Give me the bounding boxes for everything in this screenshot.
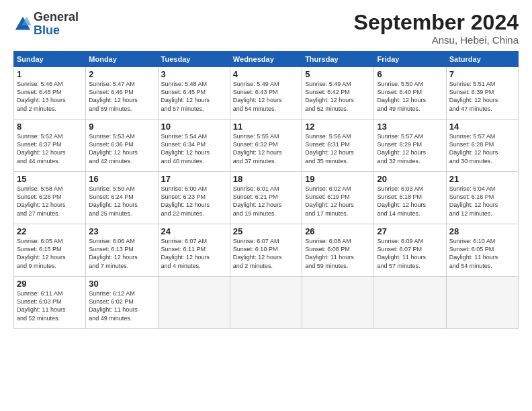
day-cell: 27Sunrise: 6:09 AMSunset: 6:07 PMDayligh… (374, 224, 446, 277)
day-cell (158, 277, 230, 329)
day-info: Sunrise: 6:08 AMSunset: 6:08 PMDaylight:… (305, 237, 371, 270)
day-number: 9 (89, 122, 154, 132)
header-tuesday: Tuesday (158, 52, 230, 67)
day-cell: 20Sunrise: 6:03 AMSunset: 6:18 PMDayligh… (374, 172, 446, 224)
week-row-2: 8Sunrise: 5:52 AMSunset: 6:37 PMDaylight… (14, 120, 519, 172)
header-wednesday: Wednesday (230, 52, 302, 67)
logo: General Blue (13, 11, 79, 38)
day-cell: 7Sunrise: 5:51 AMSunset: 6:39 PMDaylight… (446, 67, 518, 120)
day-info: Sunrise: 5:51 AMSunset: 6:39 PMDaylight:… (449, 80, 515, 113)
day-cell: 4Sunrise: 5:49 AMSunset: 6:43 PMDaylight… (230, 67, 302, 120)
day-info: Sunrise: 5:50 AMSunset: 6:40 PMDaylight:… (377, 80, 443, 113)
calendar-table: Sunday Monday Tuesday Wednesday Thursday… (13, 51, 519, 329)
day-number: 6 (377, 69, 443, 79)
logo-icon (13, 15, 32, 34)
day-info: Sunrise: 5:48 AMSunset: 6:45 PMDaylight:… (161, 80, 227, 113)
day-number: 5 (305, 69, 371, 79)
day-cell: 11Sunrise: 5:55 AMSunset: 6:32 PMDayligh… (230, 120, 302, 172)
day-number: 14 (449, 122, 515, 132)
day-cell: 12Sunrise: 5:56 AMSunset: 6:31 PMDayligh… (302, 120, 374, 172)
day-number: 1 (17, 69, 83, 79)
day-cell: 21Sunrise: 6:04 AMSunset: 6:16 PMDayligh… (446, 172, 518, 224)
day-info: Sunrise: 6:00 AMSunset: 6:23 PMDaylight:… (161, 185, 227, 218)
day-info: Sunrise: 6:03 AMSunset: 6:18 PMDaylight:… (377, 185, 443, 218)
day-info: Sunrise: 6:09 AMSunset: 6:07 PMDaylight:… (377, 237, 443, 270)
day-number: 2 (89, 69, 154, 79)
day-cell: 24Sunrise: 6:07 AMSunset: 6:11 PMDayligh… (158, 224, 230, 277)
day-info: Sunrise: 6:07 AMSunset: 6:10 PMDaylight:… (233, 237, 299, 270)
day-info: Sunrise: 5:55 AMSunset: 6:32 PMDaylight:… (233, 132, 299, 165)
day-info: Sunrise: 6:06 AMSunset: 6:13 PMDaylight:… (89, 237, 154, 270)
day-number: 12 (305, 122, 371, 132)
day-info: Sunrise: 6:07 AMSunset: 6:11 PMDaylight:… (161, 237, 227, 270)
day-cell: 22Sunrise: 6:05 AMSunset: 6:15 PMDayligh… (14, 224, 86, 277)
week-row-5: 29Sunrise: 6:11 AMSunset: 6:03 PMDayligh… (14, 277, 519, 329)
logo-text: General Blue (34, 11, 79, 38)
day-cell (446, 277, 518, 329)
day-info: Sunrise: 6:04 AMSunset: 6:16 PMDaylight:… (449, 185, 515, 218)
day-info: Sunrise: 5:47 AMSunset: 6:46 PMDaylight:… (89, 80, 154, 113)
day-number: 29 (17, 279, 83, 289)
header-monday: Monday (86, 52, 158, 67)
day-cell: 17Sunrise: 6:00 AMSunset: 6:23 PMDayligh… (158, 172, 230, 224)
day-cell: 15Sunrise: 5:58 AMSunset: 6:26 PMDayligh… (14, 172, 86, 224)
day-number: 25 (233, 226, 299, 236)
week-row-4: 22Sunrise: 6:05 AMSunset: 6:15 PMDayligh… (14, 224, 519, 277)
header-saturday: Saturday (446, 52, 518, 67)
logo-blue: Blue (34, 24, 79, 38)
day-number: 23 (89, 226, 154, 236)
day-cell (230, 277, 302, 329)
day-cell: 13Sunrise: 5:57 AMSunset: 6:29 PMDayligh… (374, 120, 446, 172)
day-cell: 29Sunrise: 6:11 AMSunset: 6:03 PMDayligh… (14, 277, 86, 329)
header: General Blue September 2024 Ansu, Hebei,… (13, 11, 519, 46)
day-cell: 30Sunrise: 6:12 AMSunset: 6:02 PMDayligh… (86, 277, 158, 329)
day-cell: 28Sunrise: 6:10 AMSunset: 6:05 PMDayligh… (446, 224, 518, 277)
day-number: 10 (161, 122, 227, 132)
day-cell: 18Sunrise: 6:01 AMSunset: 6:21 PMDayligh… (230, 172, 302, 224)
day-info: Sunrise: 5:49 AMSunset: 6:43 PMDaylight:… (233, 80, 299, 113)
day-info: Sunrise: 6:12 AMSunset: 6:02 PMDaylight:… (89, 289, 154, 322)
day-info: Sunrise: 6:05 AMSunset: 6:15 PMDaylight:… (17, 237, 83, 270)
day-info: Sunrise: 6:01 AMSunset: 6:21 PMDaylight:… (233, 185, 299, 218)
day-info: Sunrise: 6:10 AMSunset: 6:05 PMDaylight:… (449, 237, 515, 270)
day-cell: 16Sunrise: 5:59 AMSunset: 6:24 PMDayligh… (86, 172, 158, 224)
day-info: Sunrise: 5:59 AMSunset: 6:24 PMDaylight:… (89, 185, 154, 218)
day-info: Sunrise: 5:53 AMSunset: 6:36 PMDaylight:… (89, 132, 154, 165)
day-number: 20 (377, 174, 443, 184)
day-cell: 5Sunrise: 5:49 AMSunset: 6:42 PMDaylight… (302, 67, 374, 120)
day-cell: 6Sunrise: 5:50 AMSunset: 6:40 PMDaylight… (374, 67, 446, 120)
day-number: 30 (89, 279, 154, 289)
day-info: Sunrise: 5:46 AMSunset: 6:48 PMDaylight:… (17, 80, 83, 113)
day-cell: 8Sunrise: 5:52 AMSunset: 6:37 PMDaylight… (14, 120, 86, 172)
day-info: Sunrise: 5:58 AMSunset: 6:26 PMDaylight:… (17, 185, 83, 218)
day-info: Sunrise: 5:56 AMSunset: 6:31 PMDaylight:… (305, 132, 371, 165)
day-number: 19 (305, 174, 371, 184)
header-thursday: Thursday (302, 52, 374, 67)
day-number: 4 (233, 69, 299, 79)
day-number: 21 (449, 174, 515, 184)
day-number: 18 (233, 174, 299, 184)
day-number: 13 (377, 122, 443, 132)
header-sunday: Sunday (14, 52, 86, 67)
week-row-1: 1Sunrise: 5:46 AMSunset: 6:48 PMDaylight… (14, 67, 519, 120)
day-cell: 19Sunrise: 6:02 AMSunset: 6:19 PMDayligh… (302, 172, 374, 224)
day-cell (302, 277, 374, 329)
header-row: Sunday Monday Tuesday Wednesday Thursday… (14, 52, 519, 67)
day-number: 28 (449, 226, 515, 236)
month-title: September 2024 (354, 11, 519, 34)
day-info: Sunrise: 5:57 AMSunset: 6:29 PMDaylight:… (377, 132, 443, 165)
day-number: 7 (449, 69, 515, 79)
day-cell: 14Sunrise: 5:57 AMSunset: 6:28 PMDayligh… (446, 120, 518, 172)
day-cell: 10Sunrise: 5:54 AMSunset: 6:34 PMDayligh… (158, 120, 230, 172)
calendar-page: General Blue September 2024 Ansu, Hebei,… (0, 0, 532, 411)
day-number: 26 (305, 226, 371, 236)
day-cell: 3Sunrise: 5:48 AMSunset: 6:45 PMDaylight… (158, 67, 230, 120)
day-info: Sunrise: 5:49 AMSunset: 6:42 PMDaylight:… (305, 80, 371, 113)
day-number: 15 (17, 174, 83, 184)
day-number: 17 (161, 174, 227, 184)
day-cell: 26Sunrise: 6:08 AMSunset: 6:08 PMDayligh… (302, 224, 374, 277)
day-cell: 9Sunrise: 5:53 AMSunset: 6:36 PMDaylight… (86, 120, 158, 172)
day-cell: 2Sunrise: 5:47 AMSunset: 6:46 PMDaylight… (86, 67, 158, 120)
day-number: 8 (17, 122, 83, 132)
day-info: Sunrise: 6:11 AMSunset: 6:03 PMDaylight:… (17, 289, 83, 322)
